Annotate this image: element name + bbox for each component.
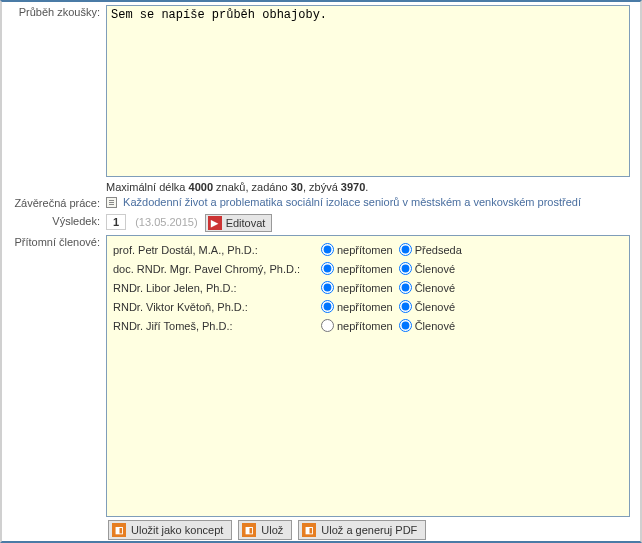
save-button[interactable]: ◧ Ulož <box>238 520 292 540</box>
member-row: RNDr. Jiří Tomeš, Ph.D.:nepřítomenČlenov… <box>109 316 627 335</box>
save-icon: ◧ <box>112 523 126 537</box>
nepritomen-label[interactable]: nepřítomen <box>337 301 393 313</box>
pritomni-label: Přítomní členové: <box>2 232 104 248</box>
result-date: (13.05.2015) <box>135 216 197 228</box>
save-draft-button[interactable]: ◧ Uložit jako koncept <box>108 520 232 540</box>
zaverecna-label: Závěrečná práce: <box>2 193 104 209</box>
edit-icon: ▶ <box>208 216 222 230</box>
role-radio[interactable] <box>399 262 412 275</box>
save-pdf-button[interactable]: ◧ Ulož a generuj PDF <box>298 520 426 540</box>
role-label[interactable]: Členové <box>415 320 455 332</box>
nepritomen-radio[interactable] <box>321 281 334 294</box>
member-row: RNDr. Libor Jelen, Ph.D.:nepřítomenČleno… <box>109 278 627 297</box>
nepritomen-radio[interactable] <box>321 262 334 275</box>
save-icon: ◧ <box>242 523 256 537</box>
nepritomen-label[interactable]: nepřítomen <box>337 263 393 275</box>
member-name: RNDr. Jiří Tomeš, Ph.D.: <box>111 320 321 332</box>
role-label[interactable]: Předseda <box>415 244 462 256</box>
nepritomen-label[interactable]: nepřítomen <box>337 244 393 256</box>
member-name: RNDr. Viktor Květoň, Ph.D.: <box>111 301 321 313</box>
prubeh-textarea[interactable] <box>106 5 630 177</box>
nepritomen-radio[interactable] <box>321 319 334 332</box>
nepritomen-radio[interactable] <box>321 300 334 313</box>
edit-button[interactable]: ▶ Editovat <box>205 214 273 232</box>
member-name: prof. Petr Dostál, M.A., Ph.D.: <box>111 244 321 256</box>
members-list: prof. Petr Dostál, M.A., Ph.D.:nepřítome… <box>106 235 630 517</box>
prubeh-label: Průběh zkoušky: <box>2 2 104 18</box>
nepritomen-label[interactable]: nepřítomen <box>337 320 393 332</box>
role-label[interactable]: Členové <box>415 282 455 294</box>
nepritomen-label[interactable]: nepřítomen <box>337 282 393 294</box>
role-radio[interactable] <box>399 243 412 256</box>
save-icon: ◧ <box>302 523 316 537</box>
role-label[interactable]: Členové <box>415 301 455 313</box>
role-radio[interactable] <box>399 319 412 332</box>
char-counter: Maximální délka 4000 znaků, zadáno 30, z… <box>106 181 636 193</box>
member-name: doc. RNDr. Mgr. Pavel Chromý, Ph.D.: <box>111 263 321 275</box>
member-name: RNDr. Libor Jelen, Ph.D.: <box>111 282 321 294</box>
member-row: prof. Petr Dostál, M.A., Ph.D.:nepřítome… <box>109 240 627 259</box>
nepritomen-radio[interactable] <box>321 243 334 256</box>
member-row: doc. RNDr. Mgr. Pavel Chromý, Ph.D.:nepř… <box>109 259 627 278</box>
member-row: RNDr. Viktor Květoň, Ph.D.:nepřítomenČle… <box>109 297 627 316</box>
role-radio[interactable] <box>399 300 412 313</box>
result-value: 1 <box>106 214 126 230</box>
vysledek-label: Výsledek: <box>2 211 104 227</box>
document-icon <box>106 197 117 208</box>
role-radio[interactable] <box>399 281 412 294</box>
thesis-link[interactable]: Každodenní život a problematika sociální… <box>123 196 581 208</box>
role-label[interactable]: Členové <box>415 263 455 275</box>
